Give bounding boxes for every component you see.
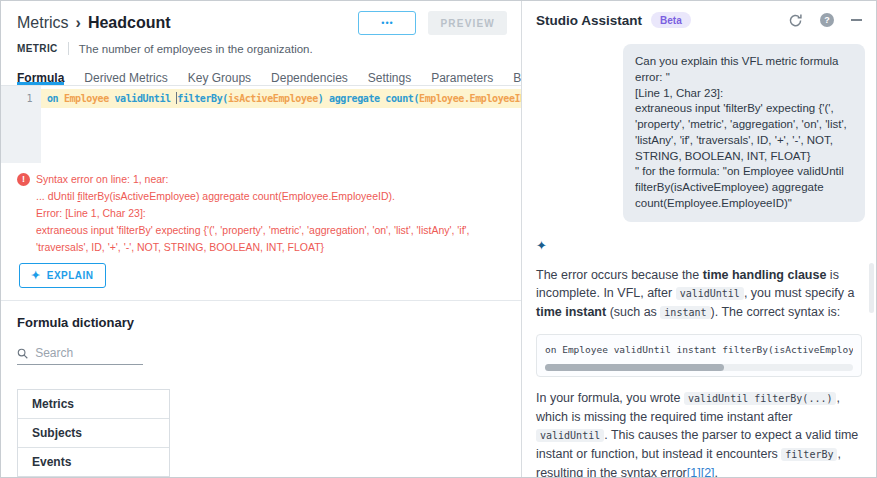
text-segment: The error occurs because the [536, 268, 703, 282]
explain-button[interactable]: ✦ EXPLAIN [19, 263, 106, 288]
assistant-paragraph: The error occurs because the time handli… [536, 266, 862, 322]
text-segment: ). The correct syntax is: [711, 305, 841, 319]
breadcrumb-metrics[interactable]: Metrics [17, 14, 69, 32]
header-actions: ••• PREVIEW [358, 11, 507, 35]
code-token: isActiveEmployee [228, 93, 318, 104]
text-segment: In your formula, you wrote [536, 391, 684, 405]
text-segment: (such as [606, 305, 660, 319]
page-title: Headcount [88, 14, 171, 32]
text-segment: , you must specify a [744, 286, 854, 300]
dictionary-item-events[interactable]: Events [18, 448, 169, 476]
assistant-paragraph: In your formula, you wrote validUntil fi… [536, 389, 862, 477]
formula-editor[interactable]: 1 on Employee validUntil filterBy(isActi… [1, 86, 521, 163]
text-segment: . [715, 466, 718, 477]
metric-description: The number of employees in the organizat… [79, 43, 313, 55]
explain-button-label: EXPLAIN [47, 270, 94, 281]
dictionary-item-metrics[interactable]: Metrics [18, 390, 169, 419]
help-icon[interactable]: ? [820, 13, 834, 27]
tab-formula[interactable]: Formula [17, 65, 64, 85]
bold-text: time instant [536, 305, 606, 319]
panel-scrollbar-thumb[interactable] [869, 263, 874, 313]
citation-link[interactable]: [1] [687, 466, 701, 477]
inline-code: validUntil [536, 429, 604, 442]
assistant-sparkle-icon: ✦ [536, 238, 547, 253]
refresh-icon[interactable] [788, 13, 803, 28]
code-token: aggregate count( [329, 93, 419, 104]
error-location: Error: [Line 1, Char 23]: [36, 205, 505, 222]
inline-code: instant [660, 306, 710, 319]
line-number: 1 [26, 93, 32, 104]
beta-badge: Beta [651, 12, 691, 28]
metric-header: Metrics › Headcount ••• PREVIEW METRIC T… [1, 1, 521, 55]
inline-code: validUntil [676, 287, 744, 300]
sparkle-icon: ✦ [31, 269, 41, 282]
breadcrumb-separator-icon: › [76, 14, 81, 32]
code-token: Employee.EmployeeID [419, 93, 521, 104]
search-input[interactable] [35, 346, 143, 360]
metric-type-label: METRIC [17, 43, 58, 54]
user-message-bubble: Can you explain this VFL metric formula … [623, 44, 865, 222]
tab-parameters[interactable]: Parameters [431, 65, 493, 85]
editor-gutter: 1 [1, 86, 41, 163]
code-token: ) [318, 93, 329, 104]
section-title: Formula dictionary [17, 315, 505, 330]
code-token: on [47, 93, 64, 104]
formula-dictionary-section: Formula dictionary MetricsSubjectsEvents [1, 301, 521, 477]
citation-link[interactable]: [2] [701, 466, 715, 477]
more-options-button[interactable]: ••• [358, 11, 416, 35]
code-token: validUntil [114, 93, 176, 104]
divider [68, 42, 69, 55]
tab-basics[interactable]: Basics [513, 65, 521, 85]
assistant-header: Studio Assistant Beta ? [522, 1, 876, 28]
minimize-icon[interactable] [851, 19, 862, 21]
tab-dependencies[interactable]: Dependencies [271, 65, 348, 85]
error-detail: extraneous input 'filterBy' expecting {'… [36, 222, 505, 256]
breadcrumb: Metrics › Headcount [17, 14, 171, 32]
code-line: on Employee validUntil filterBy(isActive… [41, 89, 521, 108]
error-title: Syntax error on line: 1, near: [36, 171, 169, 188]
panel-title: Studio Assistant [536, 13, 642, 28]
code-token: Employee [64, 93, 109, 104]
tab-settings[interactable]: Settings [368, 65, 411, 85]
search-icon [17, 347, 28, 360]
metric-editor-panel: Metrics › Headcount ••• PREVIEW METRIC T… [1, 1, 522, 477]
code-snippet[interactable]: on Employee validUntil instant filterBy(… [536, 334, 862, 377]
app-window: Metrics › Headcount ••• PREVIEW METRIC T… [0, 0, 877, 478]
dictionary-item-subjects[interactable]: Subjects [18, 419, 169, 448]
syntax-error-block: ! Syntax error on line: 1, near: ... dUn… [1, 163, 521, 288]
dictionary-list: MetricsSubjectsEvents [17, 389, 170, 477]
preview-button[interactable]: PREVIEW [428, 11, 507, 35]
bold-text: time handling clause [703, 268, 827, 282]
inline-code: filterBy [781, 448, 837, 461]
search-field[interactable] [17, 346, 143, 365]
inline-code: validUntil filterBy(...) [684, 392, 837, 405]
code-snippet-text: on Employee validUntil instant filterBy(… [545, 344, 853, 355]
tab-key-groups[interactable]: Key Groups [188, 65, 251, 85]
error-context-prefix: ... dUntil [36, 190, 77, 202]
error-icon: ! [17, 173, 30, 186]
tab-bar: FormulaDerived MetricsKey GroupsDependen… [1, 65, 521, 86]
tab-derived-metrics[interactable]: Derived Metrics [84, 65, 167, 85]
code-token: filterBy( [177, 93, 228, 104]
metric-meta-row: METRIC The number of employees in the or… [17, 42, 507, 55]
editor-code-area[interactable]: on Employee validUntil filterBy(isActive… [41, 86, 521, 163]
scrollbar-thumb[interactable] [545, 364, 724, 371]
horizontal-scrollbar[interactable] [545, 364, 853, 371]
error-context: ... dUntil filterBy(isActiveEmployee) ag… [36, 188, 505, 205]
studio-assistant-panel: Studio Assistant Beta ? Can you explain … [522, 1, 876, 477]
error-context-rest: ilterBy(isActiveEmployee) aggregate coun… [80, 190, 395, 202]
